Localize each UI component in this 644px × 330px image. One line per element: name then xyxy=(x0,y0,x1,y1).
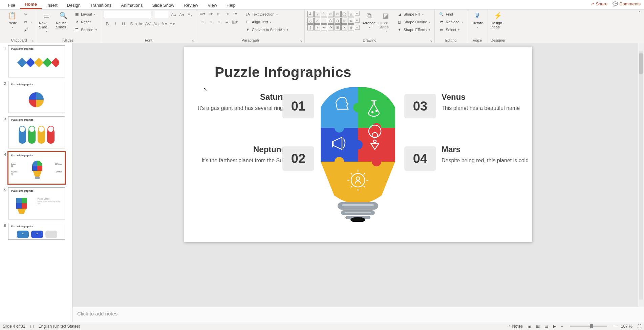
fit-window-icon[interactable]: ⛶ xyxy=(637,324,641,329)
badge-04[interactable]: 04 xyxy=(404,146,436,171)
comments-button[interactable]: 💬Comments xyxy=(613,1,641,6)
strike-button[interactable]: abc xyxy=(136,20,143,27)
tab-animations[interactable]: Animations xyxy=(116,1,147,9)
bulb-graphic[interactable] xyxy=(319,87,397,222)
slide-thumbnails[interactable]: 1 Puzzle Infographics 2 Puzzle Infograph… xyxy=(0,43,72,322)
view-normal-icon[interactable]: ▣ xyxy=(528,324,531,329)
align-right-button[interactable]: ≡ xyxy=(215,19,222,25)
dictate-button[interactable]: 🎙Dictate▾ xyxy=(470,11,485,35)
share-button[interactable]: ↗Share xyxy=(591,1,607,6)
language-button[interactable]: English (United States) xyxy=(39,324,80,329)
section-button[interactable]: ☰Section▾ xyxy=(73,26,98,33)
zoom-slider[interactable] xyxy=(570,326,607,327)
info-mars[interactable]: Mars Despite being red, this planet is c… xyxy=(442,145,530,164)
shape-gallery[interactable]: A\\▭▭◯△ ◇↗↓⬠⬡☆⊂ {}↝↷⊞✕⊕ xyxy=(307,11,354,30)
accessibility-icon[interactable]: ▢ xyxy=(30,324,34,329)
quick-styles-button[interactable]: ◪Quick Styles▾ xyxy=(379,11,393,35)
indent-button[interactable]: ⇥ xyxy=(223,11,230,17)
select-button[interactable]: ▭Select▾ xyxy=(437,26,464,33)
char-spacing-button[interactable]: AV xyxy=(145,20,151,27)
align-left-button[interactable]: ≡ xyxy=(199,19,206,25)
notes-pane[interactable]: Click to add notes xyxy=(72,307,644,322)
slide-title[interactable]: Puzzle Infographics xyxy=(215,64,351,80)
gallery-more-icon[interactable]: ▿ xyxy=(355,25,360,30)
view-reading-icon[interactable]: ▤ xyxy=(544,324,548,329)
outdent-button[interactable]: ⇤ xyxy=(215,11,222,17)
shape-effects-button[interactable]: ✦Shape Effects▾ xyxy=(395,26,432,33)
view-sorter-icon[interactable]: ▦ xyxy=(536,324,540,329)
layout-button[interactable]: ▦Layout▾ xyxy=(73,11,98,18)
new-slide-button[interactable]: ▭ New Slide▾ xyxy=(39,11,54,35)
font-size-combo[interactable] xyxy=(154,11,169,18)
design-ideas-button[interactable]: ⚡Design Ideas xyxy=(491,11,506,35)
shadow-button[interactable]: S xyxy=(128,20,135,27)
badge-02[interactable]: 02 xyxy=(282,146,314,171)
tab-review[interactable]: Review xyxy=(179,1,203,9)
tab-transitions[interactable]: Transitions xyxy=(85,1,116,9)
thumb-1[interactable]: Puzzle Infographics xyxy=(8,45,65,77)
drawing-dialog-icon[interactable]: ↘ xyxy=(430,39,432,42)
zoom-in-button[interactable]: + xyxy=(614,324,616,329)
reset-button[interactable]: ↺Reset xyxy=(73,19,98,25)
gallery-up-icon[interactable]: ▴ xyxy=(355,11,360,16)
numbering-button[interactable]: ≡▾ xyxy=(207,11,214,17)
text-direction-button[interactable]: ↕AText Direction▾ xyxy=(244,11,289,18)
bold-button[interactable]: B xyxy=(104,20,111,27)
highlight-button[interactable]: ✎▾ xyxy=(161,20,168,27)
paragraph-dialog-icon[interactable]: ↘ xyxy=(300,39,302,42)
zoom-out-button[interactable]: − xyxy=(561,324,563,329)
align-text-button[interactable]: ☐Align Text▾ xyxy=(244,19,289,25)
tab-insert[interactable]: Insert xyxy=(42,1,62,9)
tab-slideshow[interactable]: Slide Show xyxy=(147,1,179,9)
view-slideshow-icon[interactable]: ▶ xyxy=(553,324,556,329)
vertical-scrollbar[interactable] xyxy=(638,43,644,307)
tab-view[interactable]: View xyxy=(203,1,222,9)
italic-button[interactable]: I xyxy=(112,20,119,27)
copy-button[interactable]: ⧉▾ xyxy=(22,19,33,25)
thumb-6[interactable]: Puzzle Infographics 0102 xyxy=(8,223,65,240)
collapse-ribbon-icon[interactable]: ˄ xyxy=(637,9,642,43)
thumb-4[interactable]: Puzzle Infographics Saturn01 Neptune02 0… xyxy=(8,152,65,184)
grow-font-icon[interactable]: A▴ xyxy=(170,11,177,18)
line-spacing-button[interactable]: ↕▾ xyxy=(232,11,238,17)
slide-counter[interactable]: Slide 4 of 32 xyxy=(3,324,25,329)
reuse-slides-button[interactable]: 🔍 Reuse Slides xyxy=(56,11,71,35)
info-saturn[interactable]: Saturn It's a gas giant and has several … xyxy=(198,92,286,112)
tab-design[interactable]: Design xyxy=(62,1,85,9)
slide[interactable]: Puzzle Infographics Saturn It's a gas gi… xyxy=(184,47,532,242)
change-case-button[interactable]: Aa xyxy=(153,20,159,27)
shrink-font-icon[interactable]: A▾ xyxy=(178,11,185,18)
shape-fill-button[interactable]: ◢Shape Fill▾ xyxy=(395,11,432,18)
tab-help[interactable]: Help xyxy=(222,1,240,9)
find-button[interactable]: 🔍Find xyxy=(437,11,464,18)
tab-home[interactable]: Home xyxy=(20,0,42,9)
notes-toggle[interactable]: ≐ Notes xyxy=(508,324,523,329)
align-center-button[interactable]: ≡ xyxy=(207,19,214,25)
zoom-level[interactable]: 107 % xyxy=(621,324,632,329)
font-family-combo[interactable] xyxy=(104,11,151,18)
thumb-5[interactable]: Puzzle Infographics Planet Venustext tex… xyxy=(8,187,65,219)
thumb-2[interactable]: Puzzle Infographics xyxy=(8,81,65,113)
underline-button[interactable]: U xyxy=(120,20,127,27)
font-color-button[interactable]: A▾ xyxy=(169,20,176,27)
arrange-button[interactable]: ⧉Arrange▾ xyxy=(362,11,377,35)
thumb-3[interactable]: Puzzle Infographics xyxy=(8,116,65,148)
cut-button[interactable]: ✂ xyxy=(22,11,33,18)
replace-button[interactable]: ⇄Replace▾ xyxy=(437,19,464,25)
clipboard-dialog-icon[interactable]: ↘ xyxy=(31,39,34,42)
format-painter-button[interactable]: 🖌 xyxy=(22,26,33,33)
shape-outline-button[interactable]: ◻Shape Outline▾ xyxy=(395,19,432,25)
smartart-button[interactable]: ✦Convert to SmartArt▾ xyxy=(244,26,289,33)
justify-button[interactable]: ≣ xyxy=(223,19,230,25)
font-dialog-icon[interactable]: ↘ xyxy=(191,39,194,42)
badge-01[interactable]: 01 xyxy=(282,94,314,118)
clear-format-icon[interactable]: Aᵪ xyxy=(187,11,193,18)
gallery-down-icon[interactable]: ▾ xyxy=(355,18,360,23)
tab-file[interactable]: File xyxy=(3,1,20,9)
bullets-button[interactable]: ≣▾ xyxy=(199,11,206,17)
info-neptune[interactable]: Neptune It's the farthest planet from th… xyxy=(198,145,286,164)
info-venus[interactable]: Venus This planet has a beautiful name xyxy=(442,92,530,112)
badge-03[interactable]: 03 xyxy=(404,94,436,118)
columns-button[interactable]: ▥▾ xyxy=(232,19,238,25)
paste-button[interactable]: 📋 Paste▾ xyxy=(5,11,20,35)
